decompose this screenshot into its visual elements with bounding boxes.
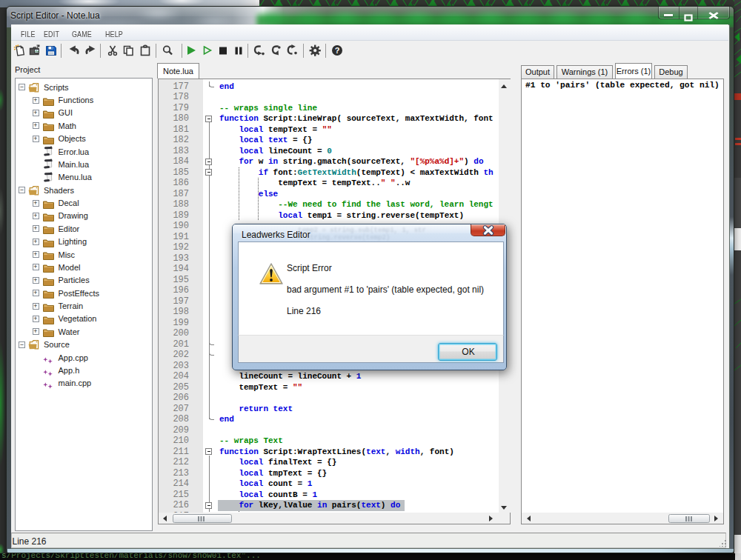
svg-text:?: ? — [335, 46, 340, 55]
